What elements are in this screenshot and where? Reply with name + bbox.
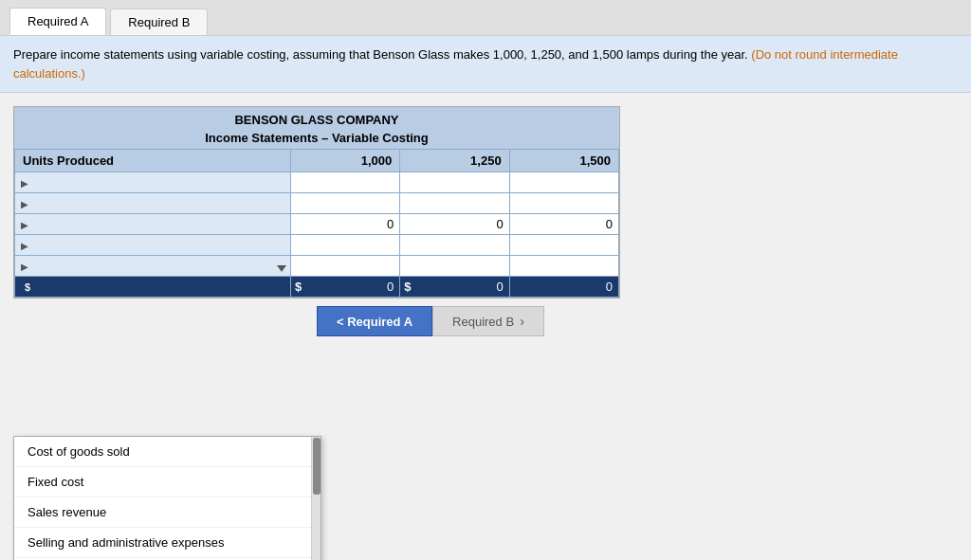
row4-val3-cell	[509, 235, 618, 256]
total-prefix-label: $	[21, 281, 30, 293]
row2-val2-cell	[400, 193, 509, 214]
row5-label-cell[interactable]: ▶	[15, 256, 291, 277]
row1-val3-cell	[509, 172, 618, 193]
dropdown-item-fixed-cost[interactable]: Fixed cost	[14, 467, 321, 497]
row2-val2-input[interactable]	[400, 193, 508, 213]
row4-label-cell: ▶	[15, 235, 291, 256]
chevron-right-icon: ›	[520, 314, 524, 329]
row1-val2-input[interactable]	[400, 172, 508, 192]
dropdown-arrow-icon[interactable]	[277, 265, 286, 272]
row5-expand-icon[interactable]: ▶	[21, 262, 28, 272]
row3-val2-input[interactable]	[400, 214, 508, 234]
row5-val2-input[interactable]	[400, 256, 508, 276]
dropdown-overlay: Cost of goods sold Fixed cost Sales reve…	[13, 436, 321, 560]
total-row: $ $ $	[15, 277, 619, 298]
total-val2-input[interactable]	[412, 277, 509, 297]
income-statement-table: BENSON GLASS COMPANY Income Statements –…	[13, 106, 620, 298]
header-col3: 1,500	[509, 150, 618, 172]
dropdown-scrollbar[interactable]	[311, 437, 321, 560]
total-val2-cell: $	[400, 277, 509, 298]
scrollbar-thumb	[313, 438, 321, 495]
main-container: Required A Required B Prepare income sta…	[0, 0, 971, 350]
row5-val3-input[interactable]	[510, 256, 618, 276]
table-row: ▶	[15, 193, 619, 214]
instructions-text: Prepare income statements using variable…	[13, 47, 748, 62]
tabs-bar: Required A Required B	[0, 0, 971, 36]
total-val1-input[interactable]	[302, 277, 399, 297]
row1-expand-icon[interactable]: ▶	[21, 178, 28, 189]
row3-val1-input[interactable]	[291, 214, 399, 234]
row3-val3-cell	[509, 214, 618, 235]
dropdown-item-sales-revenue[interactable]: Sales revenue	[14, 497, 321, 528]
row4-val2-cell	[400, 235, 509, 256]
row1-val1-input[interactable]	[291, 172, 399, 192]
dropdown-item-selling-admin[interactable]: Selling and administrative expenses	[14, 528, 321, 558]
header-col1: 1,000	[290, 150, 399, 172]
row4-val1-cell	[290, 235, 399, 256]
row1-val3-input[interactable]	[510, 172, 618, 192]
tab-required-b[interactable]: Required B	[110, 9, 208, 35]
total-val3-cell	[509, 277, 618, 298]
row3-val3-input[interactable]	[510, 214, 618, 234]
total-dollar2: $	[400, 280, 411, 294]
row2-expand-icon[interactable]: ▶	[21, 199, 28, 209]
row2-val1-cell	[290, 193, 399, 214]
instructions-panel: Prepare income statements using variable…	[0, 36, 971, 93]
row4-val2-input[interactable]	[400, 235, 508, 255]
header-col2: 1,250	[400, 150, 509, 172]
row5-val1-input[interactable]	[291, 256, 399, 276]
total-val1-cell: $	[290, 277, 399, 298]
table-subtitle: Income Statements – Variable Costing	[14, 129, 619, 149]
total-dollar1: $	[291, 280, 302, 294]
table-row: ▶	[15, 256, 619, 277]
table-row: ▶	[15, 214, 619, 235]
row3-expand-icon[interactable]: ▶	[21, 220, 28, 230]
row4-val3-input[interactable]	[510, 235, 618, 255]
row5-val1-cell	[290, 256, 399, 277]
row3-val1-cell	[290, 214, 399, 235]
tab-required-a[interactable]: Required A	[9, 8, 106, 35]
row2-val1-input[interactable]	[291, 193, 399, 213]
dropdown-item-cost-goods-sold[interactable]: Cost of goods sold	[14, 437, 321, 467]
row2-val3-input[interactable]	[510, 193, 618, 213]
btn-required-a[interactable]: < Required A	[317, 306, 432, 336]
row3-label-cell: ▶	[15, 214, 291, 235]
content-area: BENSON GLASS COMPANY Income Statements –…	[0, 93, 971, 350]
total-label-cell: $	[15, 277, 291, 298]
row2-label-cell: ▶	[15, 193, 291, 214]
company-name: BENSON GLASS COMPANY	[14, 107, 619, 129]
row5-val2-cell	[400, 256, 509, 277]
row4-expand-icon[interactable]: ▶	[21, 241, 28, 251]
data-table: Units Produced 1,000 1,250 1,500 ▶	[14, 149, 619, 298]
nav-buttons-row: < Required A Required B ›	[317, 306, 971, 336]
total-val3-input[interactable]	[510, 277, 618, 297]
row2-val3-cell	[509, 193, 618, 214]
row1-val1-cell	[290, 172, 399, 193]
table-row: ▶	[15, 172, 619, 193]
btn-required-b-label: Required B	[452, 315, 514, 329]
row1-label-cell: ▶	[15, 172, 291, 193]
row1-val2-cell	[400, 172, 509, 193]
row5-val3-cell	[509, 256, 618, 277]
btn-required-b[interactable]: Required B ›	[432, 306, 544, 336]
row4-val1-input[interactable]	[291, 235, 399, 255]
header-label: Units Produced	[15, 150, 291, 172]
table-row: ▶	[15, 235, 619, 256]
row3-val2-cell	[400, 214, 509, 235]
